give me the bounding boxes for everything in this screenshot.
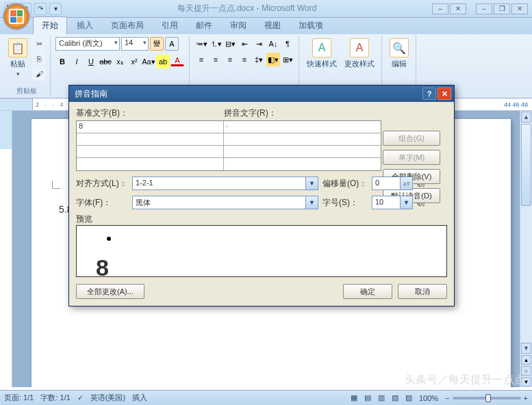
status-page[interactable]: 页面: 1/1 — [4, 393, 34, 403]
tab-view[interactable]: 视图 — [256, 17, 289, 34]
tab-addins[interactable]: 加载项 — [290, 17, 331, 34]
chevron-down-icon[interactable]: ▼ — [400, 196, 412, 209]
ribbon-close[interactable]: ✕ — [450, 3, 466, 14]
multilevel-button[interactable]: ⊟▾ — [223, 37, 237, 51]
quick-styles-button[interactable]: A 快速样式 — [304, 37, 340, 70]
scroll-down-button[interactable]: ▼ — [521, 343, 531, 354]
tab-references[interactable]: 引用 — [153, 17, 186, 34]
subscript-button[interactable]: x₂ — [113, 55, 127, 68]
indent-dec-button[interactable]: ⇤ — [238, 37, 251, 51]
strike-button[interactable]: abc — [99, 55, 112, 68]
single-button[interactable]: 单字(M) — [383, 150, 440, 165]
align-combo[interactable]: 1-2-1▼ — [132, 177, 318, 190]
ok-button[interactable]: 确定 — [343, 284, 392, 299]
dialog-title-bar[interactable]: 拼音指南 ? ✕ — [69, 86, 454, 102]
align-left-button[interactable]: ≡ — [194, 53, 208, 66]
cancel-button[interactable]: 取消 — [398, 284, 447, 299]
editing-button[interactable]: 🔍 编辑 — [387, 37, 411, 70]
qat-redo[interactable]: ↷ — [34, 3, 47, 15]
superscript-button[interactable]: x² — [127, 55, 141, 68]
underline-button[interactable]: U — [84, 55, 98, 68]
char-border-button[interactable]: A — [165, 37, 179, 51]
dialog-help-button[interactable]: ? — [422, 88, 436, 100]
size-combo[interactable]: 10▼ — [372, 196, 413, 209]
browse-next-button[interactable]: ▼ — [521, 377, 531, 387]
align-justify-button[interactable]: ≡ — [238, 53, 251, 66]
window-minimize[interactable]: – — [476, 3, 492, 14]
tab-insert[interactable]: 插入 — [68, 17, 101, 34]
show-marks-button[interactable]: ¶ — [281, 37, 294, 51]
ruby-cell-2[interactable] — [224, 146, 381, 157]
vertical-scrollbar[interactable]: ▲ ▼ ▲ ○ ▼ — [520, 111, 532, 387]
font-size-combo[interactable]: 14 — [121, 37, 149, 51]
browse-select-button[interactable]: ○ — [521, 366, 531, 376]
spinner-icon[interactable]: ▵▿ — [400, 177, 412, 190]
window-maximize[interactable]: ❐ — [494, 3, 510, 14]
ribbon-minimize[interactable]: – — [432, 3, 448, 14]
view-outline-button[interactable]: ▧ — [392, 393, 398, 402]
font-name-combo[interactable]: Calibri (西文) — [55, 37, 120, 51]
indent-inc-button[interactable]: ⇥ — [252, 37, 266, 51]
office-button[interactable] — [3, 3, 30, 30]
paste-button[interactable]: 📋 粘贴 ▾ — [5, 37, 30, 79]
change-all-button[interactable]: 全部更改(A)... — [76, 284, 144, 299]
status-words[interactable]: 字数: 1/1 — [40, 393, 70, 403]
format-painter-button[interactable]: 🖌 — [32, 67, 46, 81]
bold-button[interactable]: B — [55, 55, 69, 68]
base-cell-1[interactable] — [77, 133, 224, 145]
view-draft-button[interactable]: ▨ — [405, 393, 412, 402]
bullets-button[interactable]: ≔▾ — [194, 37, 208, 51]
dialog-close-button[interactable]: ✕ — [438, 88, 451, 100]
base-cell-3[interactable] — [77, 158, 224, 170]
status-mode[interactable]: 插入 — [132, 393, 147, 403]
align-right-button[interactable]: ≡ — [223, 53, 237, 66]
tab-mailings[interactable]: 邮件 — [188, 17, 220, 34]
view-web-button[interactable]: ▥ — [378, 393, 385, 402]
group-button[interactable]: 组合(G) — [383, 131, 440, 146]
ruby-cell-1[interactable] — [224, 133, 381, 145]
tab-layout[interactable]: 页面布局 — [103, 17, 152, 34]
tab-review[interactable]: 审阅 — [222, 17, 255, 34]
zoom-out-button[interactable]: − — [445, 394, 449, 402]
zoom-level[interactable]: 100% — [419, 394, 438, 402]
italic-button[interactable]: I — [70, 55, 84, 68]
borders-button[interactable]: ⊞▾ — [281, 53, 294, 66]
dialog-title: 拼音指南 — [72, 88, 421, 100]
browse-prev-button[interactable]: ▲ — [521, 355, 531, 365]
highlight-button[interactable]: ab — [156, 55, 170, 68]
line-spacing-button[interactable]: ‡▾ — [252, 53, 266, 66]
status-proof-icon[interactable]: ✓ — [77, 393, 84, 402]
qat-customize[interactable]: ▾ — [49, 3, 62, 15]
preview-ruby-dot — [107, 237, 111, 241]
chevron-down-icon[interactable]: ▼ — [305, 177, 318, 190]
scroll-up-button[interactable]: ▲ — [521, 112, 531, 122]
offset-spinner[interactable]: 0▵▿ — [372, 177, 413, 190]
base-cell-2[interactable] — [77, 146, 224, 157]
vertical-ruler[interactable] — [0, 111, 12, 387]
zoom-in-button[interactable]: + — [524, 394, 528, 402]
tab-home[interactable]: 开始 — [33, 16, 67, 34]
font-label: 字体(F)： — [76, 197, 128, 209]
sort-button[interactable]: A↓ — [266, 37, 280, 51]
phonetic-guide-button[interactable]: 變 — [150, 37, 164, 51]
window-close[interactable]: ✕ — [511, 3, 528, 14]
font-color-button[interactable]: A — [170, 55, 184, 66]
zoom-slider[interactable]: − + — [445, 394, 528, 402]
ruby-cell-0[interactable]: · — [224, 121, 381, 133]
base-cell-0[interactable]: 8 — [77, 121, 224, 133]
align-center-button[interactable]: ≡ — [209, 53, 223, 66]
shading-button[interactable]: ◧▾ — [266, 53, 280, 66]
font-combo[interactable]: 黑体▼ — [132, 196, 318, 209]
zoom-thumb[interactable] — [485, 394, 491, 402]
ruby-cell-3[interactable] — [224, 158, 381, 170]
change-styles-button[interactable]: A 更改样式 — [342, 37, 377, 70]
status-language[interactable]: 英语(美国) — [90, 393, 125, 403]
view-reading-button[interactable]: ▤ — [364, 393, 371, 402]
copy-button[interactable]: ⎘ — [32, 52, 46, 66]
view-print-layout-button[interactable]: ▦ — [351, 393, 357, 402]
cut-button[interactable]: ✂ — [32, 37, 46, 51]
numbering-button[interactable]: ⒈▾ — [209, 37, 223, 51]
scroll-thumb[interactable] — [521, 124, 531, 206]
chevron-down-icon[interactable]: ▼ — [305, 196, 318, 209]
change-case-button[interactable]: Aa▾ — [142, 55, 155, 68]
